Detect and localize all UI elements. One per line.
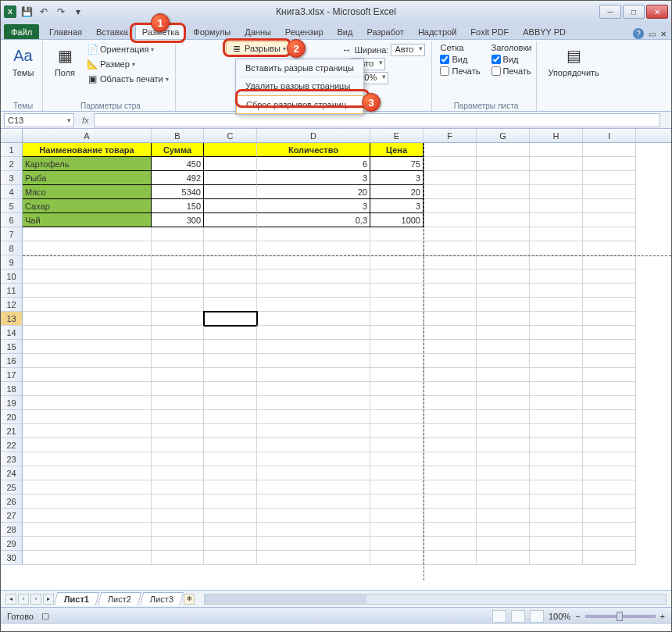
- zoom-in[interactable]: +: [660, 612, 665, 621]
- cell[interactable]: [204, 438, 257, 452]
- row-header[interactable]: 15: [1, 340, 23, 354]
- cell[interactable]: [370, 551, 424, 565]
- cell[interactable]: 20: [370, 185, 424, 199]
- cell[interactable]: [23, 354, 152, 368]
- cell[interactable]: [424, 424, 477, 438]
- cell[interactable]: [204, 523, 257, 537]
- row-header[interactable]: 23: [1, 452, 23, 466]
- cell[interactable]: [257, 270, 370, 284]
- cell[interactable]: [204, 495, 257, 509]
- col-header[interactable]: B: [152, 129, 204, 142]
- cell[interactable]: [152, 424, 204, 438]
- cell[interactable]: [424, 410, 477, 424]
- cell[interactable]: [583, 466, 636, 480]
- cell[interactable]: [530, 523, 583, 537]
- row-header[interactable]: 28: [1, 523, 23, 537]
- view-page-layout[interactable]: [511, 610, 525, 623]
- cell[interactable]: [530, 227, 583, 241]
- col-header[interactable]: F: [424, 129, 477, 142]
- fx-icon[interactable]: fx: [77, 116, 94, 125]
- cell[interactable]: [204, 551, 257, 565]
- cell[interactable]: [424, 143, 477, 157]
- cell[interactable]: [583, 452, 636, 466]
- cell[interactable]: [583, 537, 636, 551]
- cell[interactable]: [477, 480, 530, 495]
- cell[interactable]: [424, 537, 477, 551]
- cell[interactable]: [424, 157, 477, 171]
- cell[interactable]: [257, 466, 370, 480]
- cell[interactable]: [477, 284, 530, 298]
- cell[interactable]: [204, 213, 257, 227]
- cell[interactable]: [424, 438, 477, 452]
- row-header[interactable]: 29: [1, 537, 23, 551]
- cell[interactable]: [257, 227, 370, 241]
- cell[interactable]: [152, 466, 204, 480]
- cell[interactable]: [583, 284, 636, 298]
- cell[interactable]: [370, 410, 424, 424]
- cell[interactable]: Чай: [23, 213, 152, 227]
- row-header[interactable]: 3: [1, 171, 23, 185]
- row-header[interactable]: 22: [1, 438, 23, 452]
- cell[interactable]: [583, 312, 636, 326]
- cell[interactable]: [424, 270, 477, 284]
- cell[interactable]: [530, 452, 583, 466]
- cell[interactable]: [204, 452, 257, 466]
- cell[interactable]: [530, 270, 583, 284]
- cell[interactable]: [424, 382, 477, 396]
- cell[interactable]: [152, 537, 204, 551]
- cell[interactable]: [23, 255, 152, 270]
- tab-addins[interactable]: Надстрой: [411, 24, 463, 39]
- cell[interactable]: [424, 495, 477, 509]
- headings-view[interactable]: Вид: [491, 55, 532, 64]
- cell[interactable]: [204, 227, 257, 241]
- cell[interactable]: [370, 227, 424, 241]
- cell[interactable]: [204, 480, 257, 495]
- cell[interactable]: [477, 452, 530, 466]
- cell[interactable]: [204, 326, 257, 340]
- cell[interactable]: [152, 368, 204, 382]
- cell[interactable]: [583, 523, 636, 537]
- cell[interactable]: [204, 241, 257, 255]
- cell[interactable]: [23, 396, 152, 410]
- cell[interactable]: Количество: [257, 143, 370, 157]
- cell[interactable]: [477, 157, 530, 171]
- col-header[interactable]: C: [204, 129, 257, 142]
- cell[interactable]: [257, 312, 370, 326]
- cell[interactable]: [477, 227, 530, 241]
- row-header[interactable]: 20: [1, 410, 23, 424]
- cell[interactable]: [152, 270, 204, 284]
- gridlines-print[interactable]: Печать: [440, 66, 480, 76]
- cell[interactable]: [530, 298, 583, 312]
- cell[interactable]: [152, 438, 204, 452]
- select-all-corner[interactable]: [1, 129, 23, 142]
- cell[interactable]: [530, 199, 583, 213]
- cell[interactable]: [204, 368, 257, 382]
- row-header[interactable]: 9: [1, 255, 23, 270]
- cell[interactable]: 3: [257, 171, 370, 185]
- cell[interactable]: [204, 354, 257, 368]
- cell[interactable]: [204, 185, 257, 199]
- cell[interactable]: [152, 495, 204, 509]
- cell[interactable]: [152, 284, 204, 298]
- row-header[interactable]: 21: [1, 424, 23, 438]
- cell[interactable]: [583, 199, 636, 213]
- row-header[interactable]: 11: [1, 284, 23, 298]
- row-header[interactable]: 6: [1, 213, 23, 227]
- cell[interactable]: 300: [152, 213, 204, 227]
- cell[interactable]: [370, 509, 424, 523]
- sheet-nav-next[interactable]: ›: [30, 594, 41, 605]
- cell[interactable]: [370, 424, 424, 438]
- breaks-button[interactable]: ≣ Разрывы▾: [226, 41, 291, 55]
- cell[interactable]: [370, 452, 424, 466]
- width-control[interactable]: ↔Ширина:Авто: [340, 43, 427, 57]
- row-header[interactable]: 26: [1, 495, 23, 509]
- view-normal[interactable]: [492, 610, 506, 623]
- cell[interactable]: [204, 143, 257, 157]
- cell[interactable]: [424, 354, 477, 368]
- help-icon[interactable]: ?: [633, 28, 644, 39]
- cell[interactable]: [583, 509, 636, 523]
- cell[interactable]: [424, 185, 477, 199]
- cell[interactable]: Мясо: [23, 185, 152, 199]
- spreadsheet-grid[interactable]: A B C D E F G H I 1Наименование товараСу…: [1, 129, 671, 590]
- cell[interactable]: [424, 396, 477, 410]
